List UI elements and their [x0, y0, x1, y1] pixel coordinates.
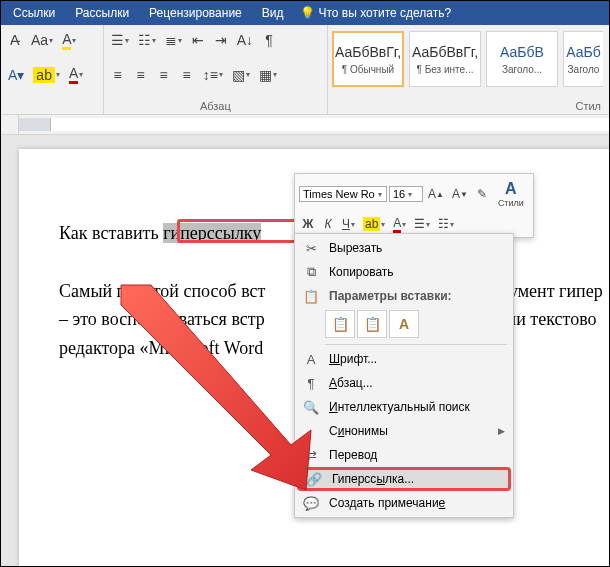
multilevel-list-button[interactable]: ≣▾: [162, 29, 185, 51]
text-effects-button[interactable]: A▾: [5, 64, 27, 86]
doc-title-selection: гиперссылку: [163, 223, 261, 243]
group-styles-label: Стил: [332, 98, 605, 114]
ribbon-group-font-partial: A̶ Aa▾ A▾ A▾ ab▾ A▾: [1, 25, 104, 114]
ctx-font[interactable]: A Шрифт...: [297, 347, 511, 371]
mini-toolbar: Times New Ro▾ 16▾ A▲ A▼ ✎ A Стили Ж К Ч▾…: [294, 173, 534, 238]
increase-indent-button[interactable]: ⇥: [211, 29, 231, 51]
borders-button[interactable]: ▦▾: [256, 64, 280, 86]
mini-font-color-button[interactable]: A▾: [390, 214, 409, 234]
comment-icon: 💬: [301, 496, 321, 511]
ruler-area: [1, 115, 609, 135]
styles-a-icon: A: [505, 180, 517, 198]
line-spacing-button[interactable]: ↕≡▾: [200, 64, 226, 86]
mini-underline-button[interactable]: Ч▾: [339, 214, 358, 234]
mini-numbering-button[interactable]: ☷▾: [435, 214, 457, 234]
ribbon-group-paragraph: ☰▾ ☷▾ ≣▾ ⇤ ⇥ A↓ ¶ ≡ ≡ ≡ ≡ ↕≡▾ ▧▾ ▦▾ Абза…: [104, 25, 328, 114]
align-justify-button[interactable]: ≡: [177, 64, 197, 86]
tab-view[interactable]: Вид: [252, 1, 294, 25]
mini-bold-button[interactable]: Ж: [299, 214, 317, 234]
style-no-spacing[interactable]: АаБбВвГг, ¶ Без инте...: [409, 31, 481, 87]
mini-grow-font-button[interactable]: A▲: [425, 184, 447, 204]
align-right-button[interactable]: ≡: [154, 64, 174, 86]
ctx-translate[interactable]: ⇄ Перевод: [297, 443, 511, 467]
tell-me-search[interactable]: 💡 Что вы хотите сделать?: [294, 6, 458, 20]
translate-icon: ⇄: [301, 448, 321, 463]
tell-me-label: Что вы хотите сделать?: [319, 6, 452, 20]
mini-highlight-button[interactable]: ab▾: [360, 214, 388, 234]
ribbon-group-styles: АаБбВвГг, ¶ Обычный АаБбВвГг, ¶ Без инте…: [328, 25, 609, 114]
ribbon-tabstrip: Ссылки Рассылки Рецензирование Вид 💡 Что…: [1, 1, 609, 25]
mini-format-painter-button[interactable]: ✎: [473, 184, 491, 204]
shading-button[interactable]: ▧▾: [229, 64, 253, 86]
mini-shrink-font-button[interactable]: A▼: [449, 184, 471, 204]
paste-keep-source-button[interactable]: 📋: [325, 310, 355, 338]
mini-italic-button[interactable]: К: [319, 214, 337, 234]
ctx-synonyms[interactable]: Синонимы ▶: [297, 419, 511, 443]
font-color-button[interactable]: A▾: [66, 64, 86, 86]
context-menu: ✂ Вырезать ⧉ Копировать 📋 Параметры вста…: [294, 233, 514, 518]
horizontal-ruler[interactable]: [19, 118, 609, 131]
style-heading1[interactable]: АаБбВ Заголо...: [486, 31, 558, 87]
chevron-right-icon: ▶: [498, 426, 505, 436]
font-icon: A: [301, 352, 321, 367]
clear-formatting-button[interactable]: A̶: [5, 29, 25, 51]
paste-merge-button[interactable]: 📋: [357, 310, 387, 338]
document-viewport: Как вставить гиперссылку Самый простой с…: [1, 135, 609, 567]
ctx-smart-lookup[interactable]: 🔍 Интеллектуальный поиск: [297, 395, 511, 419]
cut-icon: ✂: [301, 241, 321, 256]
lightbulb-icon: 💡: [300, 6, 315, 20]
smart-lookup-icon: 🔍: [301, 400, 321, 415]
style-normal[interactable]: АаБбВвГг, ¶ Обычный: [332, 31, 404, 87]
decrease-indent-button[interactable]: ⇤: [188, 29, 208, 51]
highlight-color-button[interactable]: ab▾: [30, 64, 63, 86]
sort-button[interactable]: A↓: [234, 29, 256, 51]
mini-font-combo[interactable]: Times New Ro▾: [299, 186, 387, 202]
show-marks-button[interactable]: ¶: [259, 29, 279, 51]
doc-title-before: Как вставить: [59, 223, 163, 243]
bullets-button[interactable]: ☰▾: [108, 29, 132, 51]
style-heading2[interactable]: АаБб Заголо: [563, 31, 603, 87]
tab-review[interactable]: Рецензирование: [139, 1, 252, 25]
ctx-cut[interactable]: ✂ Вырезать: [297, 236, 511, 260]
tab-mailings[interactable]: Рассылки: [65, 1, 139, 25]
ruler-corner: [1, 115, 19, 134]
ribbon: A̶ Aa▾ A▾ A▾ ab▾ A▾ ☰▾ ☷▾ ≣▾ ⇤ ⇥ A↓ ¶ ≡ …: [1, 25, 609, 115]
paragraph-icon: ¶: [301, 376, 321, 391]
hyperlink-icon: 🔗: [304, 472, 324, 487]
paste-text-only-button[interactable]: A: [389, 310, 419, 338]
ctx-hyperlink[interactable]: 🔗 Гиперссылка...: [297, 467, 511, 491]
mini-bullets-button[interactable]: ☰▾: [411, 214, 433, 234]
group-paragraph-label: Абзац: [108, 98, 323, 114]
mini-size-combo[interactable]: 16▾: [389, 186, 423, 202]
copy-icon: ⧉: [301, 264, 321, 280]
align-center-button[interactable]: ≡: [131, 64, 151, 86]
ctx-paragraph[interactable]: ¶ Абзац...: [297, 371, 511, 395]
numbering-button[interactable]: ☷▾: [135, 29, 159, 51]
align-left-button[interactable]: ≡: [108, 64, 128, 86]
mini-styles-button[interactable]: A Стили: [493, 177, 529, 211]
ctx-paste-options-header: 📋 Параметры вставки:: [297, 284, 511, 308]
highlight-button[interactable]: A▾: [59, 29, 79, 51]
ctx-separator: [325, 344, 507, 345]
tab-references[interactable]: Ссылки: [3, 1, 65, 25]
change-case-button[interactable]: Aa▾: [28, 29, 56, 51]
ctx-paste-options-row: 📋 📋 A: [297, 308, 511, 342]
ctx-new-comment[interactable]: 💬 Создать примечание: [297, 491, 511, 515]
group-font-label: [5, 98, 99, 114]
ctx-copy[interactable]: ⧉ Копировать: [297, 260, 511, 284]
paste-icon: 📋: [301, 289, 321, 304]
